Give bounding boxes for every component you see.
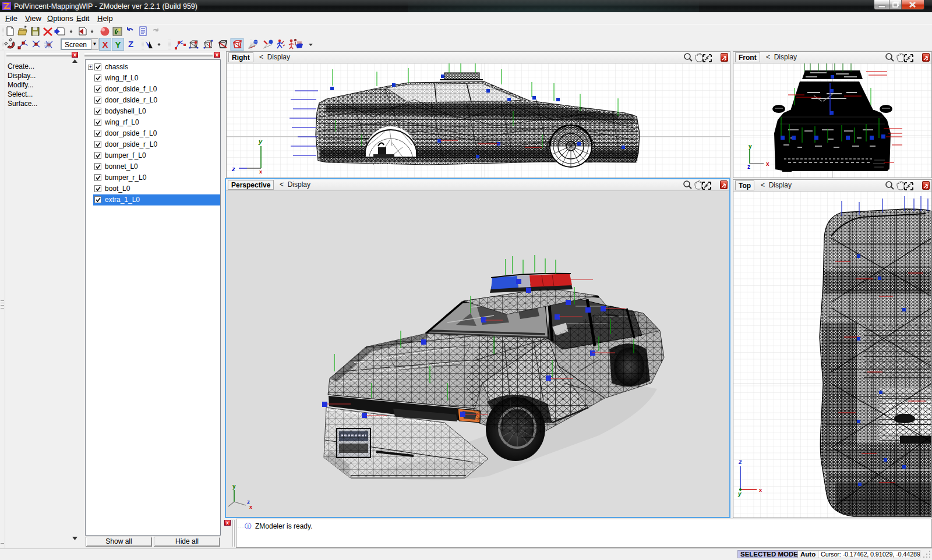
svg-text:z: z	[738, 458, 742, 465]
svg-text:z: z	[747, 164, 750, 170]
svg-text:y: y	[258, 138, 263, 145]
svg-text:x: x	[766, 161, 769, 167]
svg-text:x: x	[759, 487, 762, 493]
svg-text:y: y	[749, 143, 752, 150]
svg-text:y: y	[737, 491, 742, 497]
svg-text:y: y	[232, 483, 236, 490]
svg-text:x: x	[249, 504, 252, 510]
svg-text:z: z	[231, 165, 235, 172]
svg-text:x: x	[259, 169, 262, 175]
